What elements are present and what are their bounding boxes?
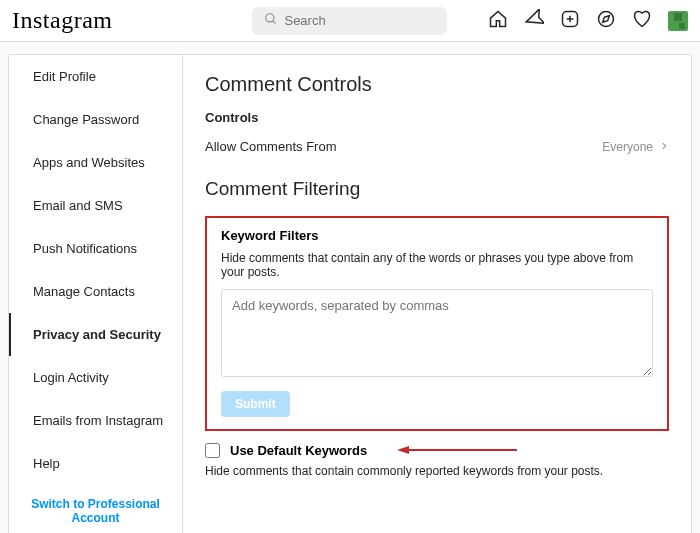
default-keywords-row: Use Default Keywords	[205, 443, 669, 458]
content-panel: Comment Controls Controls Allow Comments…	[183, 54, 692, 533]
keyword-input[interactable]	[221, 289, 653, 377]
activity-icon[interactable]	[632, 9, 652, 33]
sidebar-item-emails-instagram[interactable]: Emails from Instagram	[9, 399, 182, 442]
search-container	[252, 7, 447, 35]
sidebar-item-login-activity[interactable]: Login Activity	[9, 356, 182, 399]
svg-marker-8	[397, 446, 409, 454]
sidebar-item-manage-contacts[interactable]: Manage Contacts	[9, 270, 182, 313]
svg-point-5	[599, 11, 614, 26]
keyword-filters-highlight: Keyword Filters Hide comments that conta…	[205, 216, 669, 431]
top-navbar: Instagram	[0, 0, 700, 42]
sidebar-item-email-sms[interactable]: Email and SMS	[9, 184, 182, 227]
sidebar-item-privacy-security[interactable]: Privacy and Security	[9, 313, 182, 356]
chevron-right-icon	[659, 140, 669, 154]
default-keywords-desc: Hide comments that contain commonly repo…	[205, 464, 669, 478]
submit-button[interactable]: Submit	[221, 391, 290, 417]
keyword-filters-title: Keyword Filters	[221, 228, 653, 243]
profile-avatar[interactable]	[668, 11, 688, 31]
annotation-arrow-icon	[397, 443, 517, 458]
default-keywords-label: Use Default Keywords	[230, 443, 367, 458]
instagram-logo[interactable]: Instagram	[12, 7, 112, 34]
allow-comments-value: Everyone	[602, 140, 653, 154]
controls-heading: Controls	[205, 110, 669, 125]
home-icon[interactable]	[488, 9, 508, 33]
sidebar-item-help[interactable]: Help	[9, 442, 182, 485]
allow-comments-label: Allow Comments From	[205, 139, 336, 154]
sidebar-item-push-notifications[interactable]: Push Notifications	[9, 227, 182, 270]
keyword-filters-desc: Hide comments that contain any of the wo…	[221, 251, 653, 279]
search-icon	[264, 12, 278, 30]
sidebar-item-edit-profile[interactable]: Edit Profile	[9, 55, 182, 98]
explore-icon[interactable]	[596, 9, 616, 33]
nav-icons	[488, 9, 688, 33]
sidebar-item-apps-websites[interactable]: Apps and Websites	[9, 141, 182, 184]
settings-sidebar: Edit Profile Change Password Apps and We…	[8, 54, 183, 533]
switch-professional-link[interactable]: Switch to Professional Account	[9, 485, 182, 533]
new-post-icon[interactable]	[560, 9, 580, 33]
allow-comments-row[interactable]: Allow Comments From Everyone	[205, 135, 669, 158]
search-input[interactable]	[252, 7, 447, 35]
svg-marker-6	[603, 15, 610, 22]
page-title: Comment Controls	[205, 73, 669, 96]
svg-point-0	[266, 13, 274, 21]
svg-line-1	[273, 20, 276, 23]
sidebar-item-change-password[interactable]: Change Password	[9, 98, 182, 141]
default-keywords-checkbox[interactable]	[205, 443, 220, 458]
filtering-heading: Comment Filtering	[205, 178, 669, 200]
messenger-icon[interactable]	[524, 9, 544, 33]
